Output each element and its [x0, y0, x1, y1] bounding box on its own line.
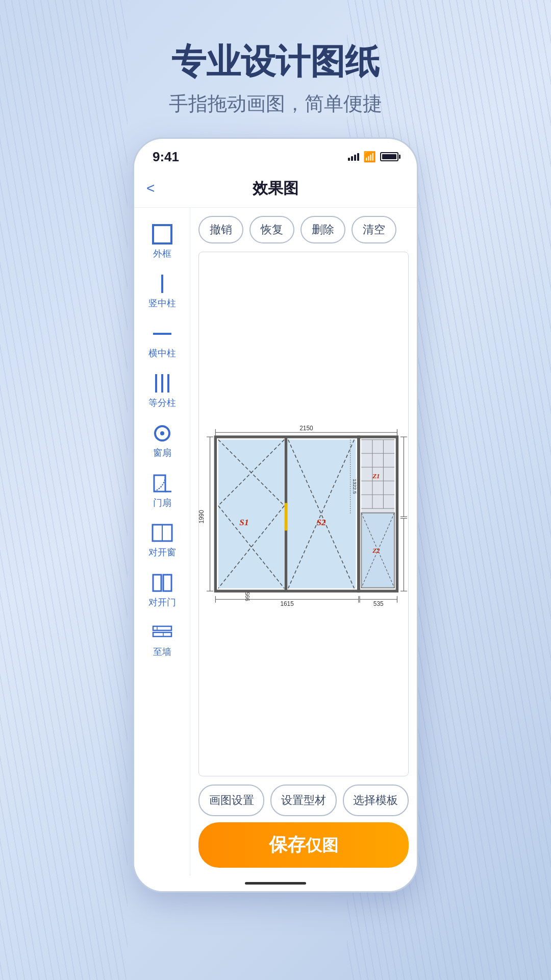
tool-equal-bars[interactable]: 等分柱 [134, 367, 190, 413]
app-content: 外框 竖中柱 横中柱 [134, 208, 417, 876]
svg-text:1990: 1990 [199, 509, 205, 523]
status-icons: 📶 [348, 151, 398, 163]
nav-bar: < 效果图 [134, 170, 417, 208]
main-subtitle: 手指拖动画图，简单便捷 [169, 91, 382, 117]
home-indicator [134, 876, 417, 891]
save-main-text: 保存 [269, 834, 306, 855]
drawing-settings-button[interactable]: 画图设置 [198, 785, 264, 816]
svg-rect-24 [218, 439, 284, 588]
delete-button[interactable]: 删除 [300, 216, 345, 243]
battery-icon [380, 152, 398, 161]
main-area: 撤销 恢复 删除 清空 2150 [190, 208, 417, 876]
tool-double-door-label: 对开门 [148, 597, 176, 608]
svg-rect-25 [287, 439, 356, 588]
undo-button[interactable]: 撤销 [198, 216, 243, 243]
door-fan-icon [150, 471, 174, 496]
material-settings-button[interactable]: 设置型材 [270, 785, 336, 816]
svg-text:2150: 2150 [299, 425, 313, 432]
tool-double-door[interactable]: 对开门 [134, 567, 190, 612]
svg-text:Z2: Z2 [372, 546, 380, 554]
svg-text:S1: S1 [239, 517, 248, 527]
svg-point-7 [160, 431, 164, 435]
circle-window-icon [150, 421, 174, 446]
wall-icon [150, 620, 174, 645]
svg-text:S2: S2 [316, 517, 326, 527]
double-door-icon [150, 571, 174, 595]
svg-text:1335: 1335 [408, 472, 408, 485]
tool-door-fan[interactable]: 门扇 [134, 467, 190, 513]
nav-title: 效果图 [253, 178, 298, 199]
tool-wall-label: 至墙 [153, 647, 171, 658]
tool-vertical-bar[interactable]: 竖中柱 [134, 267, 190, 313]
svg-text:Z1: Z1 [372, 472, 380, 479]
tool-equal-bars-label: 等分柱 [148, 398, 176, 409]
svg-rect-15 [153, 632, 171, 636]
tool-double-window[interactable]: 对开窗 [134, 517, 190, 562]
clear-button[interactable]: 清空 [352, 216, 396, 243]
left-toolbar: 外框 竖中柱 横中柱 [134, 208, 190, 876]
tool-double-window-label: 对开窗 [148, 547, 176, 558]
tool-door-fan-label: 门扇 [153, 498, 171, 509]
wifi-icon: 📶 [363, 151, 376, 163]
horizontal-bar-icon [150, 322, 174, 346]
home-bar [245, 882, 306, 885]
main-title: 专业设计图纸 [169, 41, 382, 83]
equal-bars-icon [150, 371, 174, 396]
status-bar: 9:41 📶 [134, 139, 417, 170]
svg-rect-13 [163, 575, 171, 591]
action-buttons: 撤销 恢复 删除 清空 [198, 216, 409, 243]
tool-vertical-bar-label: 竖中柱 [148, 298, 176, 309]
header-section: 专业设计图纸 手指拖动画图，简单便捷 [169, 41, 382, 117]
svg-text:1615: 1615 [280, 600, 294, 607]
svg-text:1322.5: 1322.5 [352, 479, 358, 494]
tool-outer-frame-label: 外框 [153, 249, 171, 260]
tool-outer-frame[interactable]: 外框 [134, 218, 190, 264]
tool-window-fan[interactable]: 窗扇 [134, 417, 190, 463]
double-window-icon [150, 521, 174, 545]
redo-button[interactable]: 恢复 [249, 216, 294, 243]
svg-rect-12 [153, 575, 161, 591]
phone-mockup: 9:41 📶 < 效果图 [133, 137, 418, 893]
svg-text:535: 535 [373, 600, 384, 607]
svg-text:655: 655 [408, 552, 408, 562]
bottom-buttons: 画图设置 设置型材 选择模板 [198, 785, 409, 816]
signal-icon [348, 153, 359, 161]
svg-rect-8 [154, 475, 165, 492]
status-time: 9:41 [153, 149, 179, 165]
svg-rect-0 [153, 225, 171, 243]
window-drawing-svg: 2150 [199, 252, 408, 776]
drawing-canvas[interactable]: 2150 [198, 252, 409, 776]
tool-wall[interactable]: 至墙 [134, 616, 190, 662]
square-outer-icon [150, 222, 174, 247]
vertical-bar-icon [150, 272, 174, 296]
tool-horizontal-bar[interactable]: 横中柱 [134, 317, 190, 363]
back-button[interactable]: < [146, 180, 155, 197]
svg-rect-14 [153, 626, 171, 630]
tool-horizontal-bar-label: 横中柱 [148, 348, 176, 359]
save-sub-text: 仅图 [306, 836, 338, 854]
template-select-button[interactable]: 选择模板 [343, 785, 409, 816]
save-button[interactable]: 保存仅图 [198, 822, 409, 868]
svg-text:995: 995 [244, 592, 251, 601]
tool-window-fan-label: 窗扇 [153, 448, 171, 459]
